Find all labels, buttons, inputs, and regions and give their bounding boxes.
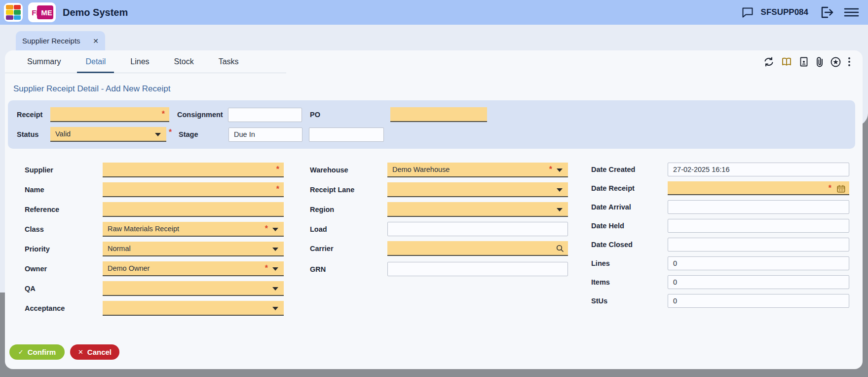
name-field[interactable]: * [103, 182, 284, 197]
warehouse-value: Demo Warehouse [392, 166, 450, 173]
lines-field[interactable]: 0 [668, 256, 849, 270]
form-row-qa: QA [25, 281, 284, 296]
carrier-field[interactable] [387, 241, 568, 256]
form-row-stus: StUs0 [591, 294, 849, 308]
grn-field[interactable] [387, 262, 568, 276]
form-row-carrier: Carrier [310, 241, 568, 256]
reference-field[interactable] [103, 202, 284, 217]
window-tab-supplier-receipts[interactable]: Supplier Receipts ✕ [16, 31, 105, 50]
field-label-po: PO [310, 111, 390, 119]
tab-lines[interactable]: Lines [118, 50, 161, 73]
toolbar [763, 50, 851, 73]
class-value: Raw Materials Receipt [108, 225, 179, 233]
class-select[interactable]: Raw Materials Receipt* [103, 222, 284, 237]
priority-select[interactable]: Normal [103, 242, 284, 256]
calendar-icon[interactable] [837, 185, 845, 193]
refresh-icon[interactable] [763, 57, 774, 67]
form-row-date-arrival: Date Arrival [591, 200, 849, 214]
stage-field[interactable]: Due In [228, 127, 302, 142]
form-row-class: ClassRaw Materials Receipt* [25, 222, 284, 237]
field-label-acceptance: Acceptance [25, 304, 103, 312]
field-label-name: Name [25, 186, 103, 194]
warehouse-select[interactable]: Demo Warehouse* [387, 163, 568, 177]
form-row-lines: Lines0 [591, 256, 849, 270]
tab-summary[interactable]: Summary [15, 50, 73, 73]
region-select[interactable] [387, 202, 568, 217]
required-asterisk: * [829, 184, 831, 192]
field-label-date-arrival: Date Arrival [591, 203, 668, 211]
page-background-left-edge [0, 99, 5, 293]
feme-app-badge[interactable]: FEME [28, 2, 56, 22]
check-icon: ✓ [18, 348, 24, 356]
book-icon[interactable] [781, 57, 792, 67]
logout-icon[interactable] [820, 6, 833, 19]
date-receipt-field[interactable]: * [668, 181, 849, 195]
note-icon[interactable] [799, 57, 809, 67]
tab-tasks[interactable]: Tasks [206, 50, 251, 73]
required-asterisk: * [265, 264, 268, 272]
stus-value: 0 [673, 297, 677, 305]
field-label-stus: StUs [591, 297, 668, 305]
chevron-down-icon [272, 267, 278, 271]
stage-secondary-field[interactable] [309, 127, 384, 142]
form-row-date-created: Date Created27-02-2025 16:16 [591, 163, 849, 176]
chevron-down-icon [272, 287, 278, 291]
company-logo-icon[interactable] [4, 3, 23, 22]
app-header: FEME Demo System SFSUPP084 [0, 0, 868, 25]
close-icon[interactable]: ✕ [93, 37, 99, 45]
field-label-date-created: Date Created [591, 166, 668, 173]
date-created-field[interactable]: 27-02-2025 16:16 [668, 163, 849, 176]
field-label-date-held: Date Held [591, 222, 668, 230]
required-asterisk: * [276, 166, 279, 173]
menu-icon[interactable] [844, 6, 859, 18]
field-label-status: Status [17, 130, 50, 138]
field-label-receipt-lane: Receipt Lane [310, 186, 387, 194]
app-title: Demo System [63, 7, 128, 18]
owner-select[interactable]: Demo Owner* [103, 261, 284, 276]
main-content-card: Summary Detail Lines Stock Tasks [5, 50, 863, 369]
acceptance-select[interactable] [103, 301, 284, 316]
required-asterisk: * [169, 128, 175, 137]
chat-icon[interactable] [742, 7, 754, 18]
field-label-region: Region [310, 206, 387, 213]
date-created-value: 27-02-2025 16:16 [673, 166, 730, 173]
items-value: 0 [673, 278, 677, 286]
chevron-down-icon [557, 188, 563, 192]
cancel-button[interactable]: ✕ Cancel [70, 344, 119, 360]
lines-value: 0 [673, 259, 677, 267]
star-circle-icon[interactable] [830, 57, 841, 67]
consignment-field[interactable] [228, 108, 302, 122]
confirm-button[interactable]: ✓ Confirm [9, 344, 65, 360]
qa-select[interactable] [103, 281, 284, 296]
kebab-menu-icon[interactable] [848, 57, 851, 67]
date-held-field[interactable] [668, 219, 849, 233]
form-row-priority: PriorityNormal [25, 242, 284, 256]
supplier-field[interactable]: * [103, 163, 284, 177]
attachment-icon[interactable] [816, 57, 824, 67]
field-label-items: Items [591, 278, 668, 286]
po-field[interactable] [390, 107, 487, 122]
tab-detail[interactable]: Detail [73, 50, 118, 73]
status-select[interactable]: Valid [50, 127, 166, 142]
field-label-consignment: Consignment [177, 111, 228, 119]
priority-value: Normal [108, 245, 131, 252]
field-label-stage: Stage [179, 130, 228, 138]
receipt-lane-select[interactable] [387, 182, 568, 197]
date-closed-field[interactable] [668, 238, 849, 251]
tab-stock[interactable]: Stock [162, 50, 206, 73]
chevron-down-icon [272, 228, 278, 231]
detail-tabs-bar: Summary Detail Lines Stock Tasks [5, 50, 863, 73]
field-label-date-receipt: Date Receipt [591, 184, 668, 192]
receipt-field[interactable]: * [50, 107, 169, 122]
search-icon[interactable] [556, 245, 564, 252]
stus-field[interactable]: 0 [668, 294, 849, 308]
receipt-summary-panel: Receipt * Consignment PO Status Valid * … [8, 100, 855, 149]
chevron-down-icon [272, 307, 278, 310]
form-row-owner: OwnerDemo Owner* [25, 261, 284, 276]
required-asterisk: * [162, 110, 165, 118]
form-row-supplier: Supplier* [25, 163, 284, 177]
date-arrival-field[interactable] [668, 200, 849, 214]
load-field[interactable] [387, 222, 568, 236]
field-label-carrier: Carrier [310, 245, 387, 252]
items-field[interactable]: 0 [668, 275, 849, 289]
